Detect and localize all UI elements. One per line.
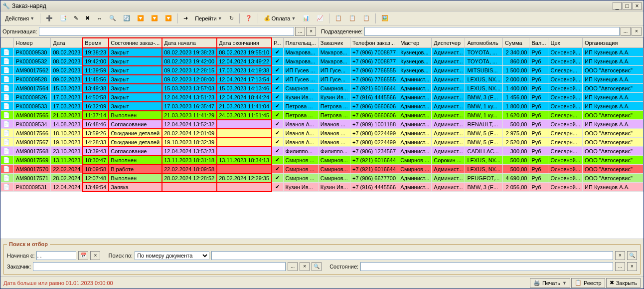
dep-select-button[interactable]: ...: [621, 27, 631, 36]
table-row[interactable]: 📄РК0000953317.03.202316:32:09Закрыт17.03…: [1, 102, 644, 111]
dep-input[interactable]: [364, 27, 620, 36]
state-clear-button[interactable]: ×: [627, 262, 637, 271]
start-cal-button[interactable]: 📅: [78, 251, 88, 260]
start-clear-button[interactable]: ×: [90, 251, 100, 260]
image-button[interactable]: 🖼️: [379, 13, 391, 23]
col-header[interactable]: Вал...: [529, 38, 548, 48]
customer-clear-button[interactable]: ×: [300, 262, 310, 271]
table-row[interactable]: 📄АМ9001756719.10.202314:28:33Ожидание де…: [1, 138, 644, 147]
table-row[interactable]: 📄АМ9001756521.03.202311:37:14Выполнен21.…: [1, 111, 644, 120]
help-button[interactable]: ❓: [243, 13, 255, 23]
col-header[interactable]: Время: [83, 38, 109, 48]
search-value-input[interactable]: [211, 251, 613, 260]
col-header[interactable]: Дата: [51, 38, 83, 48]
col-header[interactable]: Р...: [272, 38, 283, 48]
cell: 4 690,00: [503, 174, 529, 183]
print-button[interactable]: 🖨️ Печать ▼: [530, 278, 570, 288]
table-row[interactable]: 📄РК0000953112.04.202413:49:54Заявка✔Кузи…: [1, 183, 644, 192]
org-input[interactable]: [39, 27, 294, 36]
doc2-button[interactable]: 📋: [346, 13, 358, 23]
table-row[interactable]: 📄РК0000952617.03.202314:50:58Закрыт12.04…: [1, 93, 644, 102]
col-header[interactable]: Заказчик: [318, 38, 350, 48]
copy-button[interactable]: 📑: [57, 13, 69, 23]
table-row[interactable]: 📄РК0000953414.08.202316:48:46Согласовани…: [1, 120, 644, 129]
registry-button[interactable]: 📋 Реестр: [571, 278, 605, 288]
actions-menu[interactable]: Действия ▼: [2, 14, 37, 23]
search-go-button[interactable]: 🔍: [627, 251, 637, 260]
delete-button[interactable]: ✖: [83, 13, 92, 23]
table-row[interactable]: 📄АМ9001757022.02.202418:09:58В работе22.…: [1, 165, 644, 174]
dep-clear-button[interactable]: ×: [632, 27, 642, 36]
col-header[interactable]: Сумма: [503, 38, 529, 48]
customer-input[interactable]: [33, 262, 286, 271]
cell: Смирнов ...: [283, 174, 318, 183]
table-row[interactable]: 📄РК0000953008.02.202319:38:23Закрыт08.02…: [1, 48, 644, 57]
col-header[interactable]: Плательщ...: [283, 38, 318, 48]
close-footer-button[interactable]: ✖ Закрыть: [606, 278, 641, 288]
cell: 28.02.2024 12:01:09: [162, 129, 217, 138]
add-button[interactable]: ➕: [43, 13, 55, 23]
close-button[interactable]: ×: [633, 2, 642, 10]
col-header[interactable]: Цех: [548, 38, 583, 48]
table-row[interactable]: 📄РК0000953208.02.202319:42:00Закрыт08.02…: [1, 57, 644, 66]
goto-menu[interactable]: Перейти ▼: [192, 14, 225, 23]
col-header[interactable]: Мастер: [398, 38, 432, 48]
col-header[interactable]: Номер: [13, 38, 50, 48]
cell: 1 620,00: [503, 111, 529, 120]
edit-button[interactable]: ✎: [71, 13, 81, 23]
table-row[interactable]: 📄АМ9001756913.11.202318:30:47Выполнен13.…: [1, 156, 644, 165]
refresh-button[interactable]: 🔄: [121, 13, 133, 23]
cell: +7 (906) 0660606: [350, 102, 398, 111]
col-header[interactable]: Состояние заказ-...: [109, 38, 162, 48]
state-input[interactable]: [360, 262, 613, 271]
cell: Кузин Ив...: [318, 93, 350, 102]
table-row[interactable]: 📄АМ9001756209.02.202311:39:59Закрыт09.02…: [1, 66, 644, 75]
cell: Основной...: [548, 165, 583, 174]
doc-icon: 📄: [3, 76, 9, 82]
org-select-button[interactable]: ...: [295, 27, 305, 36]
cell: 📄: [1, 48, 14, 57]
col-header[interactable]: Организация: [583, 38, 644, 48]
maximize-button[interactable]: □: [623, 2, 632, 10]
customer-select-button[interactable]: ...: [288, 262, 298, 271]
doc1-button[interactable]: 📋: [332, 13, 344, 23]
col-header[interactable]: Дата окончания: [217, 38, 272, 48]
nav-button[interactable]: ➜: [181, 13, 190, 23]
search-clear-button[interactable]: ×: [615, 251, 625, 260]
table-row[interactable]: 📄АМ9001756618.10.202313:59:26Ожидание де…: [1, 129, 644, 138]
move-button[interactable]: ↔: [94, 14, 105, 23]
customer-search-button[interactable]: 🔍: [312, 262, 322, 271]
filter3-button[interactable]: 🔽: [162, 13, 174, 23]
payment-menu[interactable]: 💰Оплата ▼: [261, 13, 299, 23]
cell: 860,00: [503, 57, 529, 66]
searchby-select[interactable]: По номеру документа: [135, 251, 209, 260]
table-row[interactable]: 📄АМ9001757128.02.202412:07:48Выполнен28.…: [1, 174, 644, 183]
doc3-button[interactable]: 📋: [360, 13, 372, 23]
export-button[interactable]: 📊: [300, 13, 312, 23]
dep-label: Подразделение:: [321, 28, 362, 34]
state-select-button[interactable]: ...: [615, 262, 625, 271]
cell: Основной...: [548, 75, 583, 84]
col-header[interactable]: Автомобиль: [465, 38, 503, 48]
table-row[interactable]: 📄РК0000952809.02.202311:45:56Закрыт09.02…: [1, 75, 644, 84]
data-grid[interactable]: НомерДатаВремяСостояние заказ-...Дата на…: [0, 37, 644, 239]
filter1-button[interactable]: 🔽: [135, 13, 147, 23]
table-row[interactable]: 📄АМ9001756415.03.202313:49:38Закрыт15.03…: [1, 84, 644, 93]
start-input[interactable]: [36, 251, 76, 260]
find-button[interactable]: 🔍: [107, 13, 119, 23]
col-header[interactable]: Дата начала: [162, 38, 217, 48]
filter2-button[interactable]: 🔽: [149, 13, 161, 23]
cell: 08.02.2023 19:55:10: [217, 48, 272, 57]
col-header[interactable]: [1, 38, 14, 48]
table-row[interactable]: 📄АМ9001756823.10.202313:39:43Согласовани…: [1, 147, 644, 156]
cell: 📄: [1, 129, 14, 138]
cell: ✔: [272, 174, 283, 183]
reload-button[interactable]: ↻: [227, 13, 236, 23]
cell: Админист...: [398, 120, 432, 129]
graph-button[interactable]: 📈: [314, 13, 326, 23]
col-header[interactable]: Диспетчер: [432, 38, 465, 48]
minimize-button[interactable]: _: [613, 2, 622, 10]
cell: ООО "Автосервис": [583, 156, 644, 165]
org-clear-button[interactable]: ×: [306, 27, 316, 36]
col-header[interactable]: Телефон заказ...: [350, 38, 398, 48]
